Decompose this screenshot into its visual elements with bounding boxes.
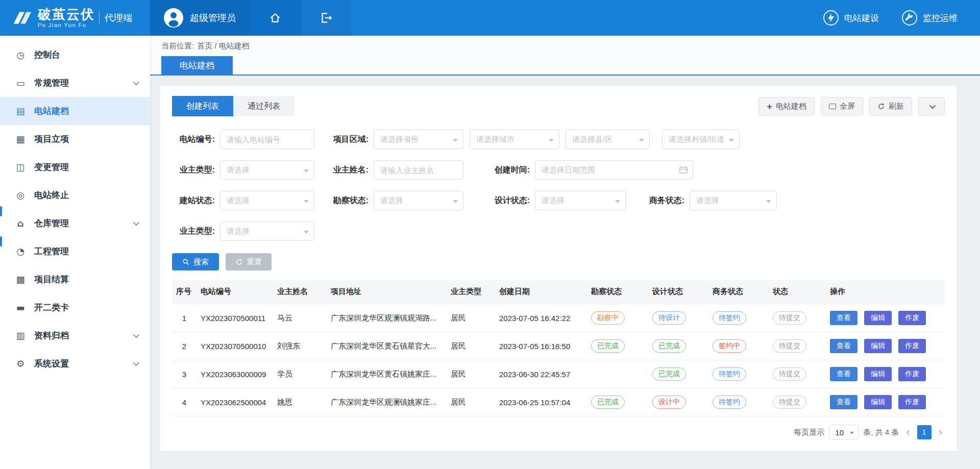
cell-address: 广东深圳龙华区黄石镇姚家庄... bbox=[327, 360, 447, 388]
cell-index: 3 bbox=[172, 360, 197, 388]
search-button[interactable]: 搜索 bbox=[172, 253, 219, 270]
cell-owner-name: 刘强东 bbox=[273, 332, 327, 360]
sidebar-item-label: 电站终止 bbox=[34, 189, 69, 201]
card-icon: ▬ bbox=[14, 302, 27, 313]
collapse-toolbar-button[interactable] bbox=[918, 97, 945, 115]
table-row: 4 YX2023062500004 姚思 广东深圳龙华区观澜镇姚家庄... 居民… bbox=[172, 388, 945, 416]
sidebar-item-label: 开二类卡 bbox=[34, 302, 69, 313]
home-button[interactable] bbox=[249, 0, 301, 36]
view-button[interactable]: 查看 bbox=[830, 311, 857, 325]
column-header: 电站编号 bbox=[197, 280, 273, 304]
cell-created-date: 2023-06-30 22:45:57 bbox=[495, 360, 587, 388]
design-status-select[interactable]: 请选择 bbox=[535, 191, 626, 210]
business-status-select[interactable]: 请选择 bbox=[690, 191, 777, 210]
build-status-label: 建站状态: bbox=[172, 195, 215, 206]
void-button[interactable]: 作废 bbox=[898, 367, 926, 381]
copy-icon: ◫ bbox=[14, 162, 27, 172]
toolbar: + 电站建档 全屏 刷新 bbox=[758, 97, 945, 115]
status-badge: 待提交 bbox=[773, 396, 806, 409]
column-header: 操作 bbox=[826, 280, 945, 304]
per-page-value: 10 bbox=[835, 428, 844, 437]
sidebar-item[interactable]: ▤ 电站建档 bbox=[0, 97, 150, 125]
content-card: 创建列表 通过列表 + 电站建档 全屏 bbox=[160, 86, 957, 451]
create-time-label: 创建时间: bbox=[487, 165, 530, 176]
sidebar-item[interactable]: ◎ 电站终止 bbox=[0, 181, 150, 209]
per-page-select[interactable]: 10 bbox=[829, 425, 859, 440]
sidebar-scrollbar-mark bbox=[0, 236, 2, 246]
sidebar-item[interactable]: ▦ 项目立项 bbox=[0, 125, 150, 153]
region-label: 项目区域: bbox=[326, 134, 369, 145]
province-select[interactable]: 请选择省份 bbox=[374, 130, 463, 149]
town-placeholder: 请选择村镇/街道 bbox=[669, 135, 724, 144]
edit-button[interactable]: 编辑 bbox=[864, 367, 892, 381]
owner-type2-placeholder: 请选择 bbox=[227, 227, 250, 236]
business-status-badge: 签约中 bbox=[713, 339, 746, 353]
survey-status-badge: 勘察中 bbox=[591, 311, 625, 325]
sidebar-item[interactable]: ▬ 开二类卡 bbox=[0, 293, 150, 322]
sidebar-item[interactable]: ⌂ 仓库管理 bbox=[0, 209, 150, 237]
nav-monitoring-ops[interactable]: 监控运维 bbox=[901, 0, 958, 36]
next-page-button[interactable]: › bbox=[936, 427, 945, 438]
void-button[interactable]: 作废 bbox=[898, 311, 926, 325]
edit-button[interactable]: 编辑 bbox=[864, 339, 892, 353]
search-icon bbox=[182, 258, 190, 266]
owner-name-input[interactable] bbox=[374, 160, 463, 180]
sidebar-item[interactable]: ◔ 工程管理 bbox=[0, 237, 150, 265]
county-select[interactable]: 请选择县/区 bbox=[566, 130, 650, 149]
sidebar-item[interactable]: ⚙ 系统设置 bbox=[0, 350, 150, 378]
sidebar-item-label: 资料归档 bbox=[34, 330, 69, 341]
sidebar-scrollbar-mark bbox=[0, 206, 2, 216]
create-station-button[interactable]: + 电站建档 bbox=[758, 97, 815, 115]
page-tab[interactable]: 电站建档 bbox=[161, 56, 233, 75]
filter-row: 业主类型: 请选择 业主姓名: 创建时间: 请选择日期范围 bbox=[172, 160, 945, 180]
filter-row: 电站编号: 项目区域: 请选择省份 请选择城市 请选择县/区 请选择村镇/街道 bbox=[172, 130, 945, 149]
page-number[interactable]: 1 bbox=[917, 425, 932, 439]
view-button[interactable]: 查看 bbox=[830, 395, 857, 409]
sidebar-item[interactable]: ▭ 常规管理 bbox=[0, 69, 150, 97]
city-select[interactable]: 请选择城市 bbox=[470, 130, 559, 149]
column-header: 商务状态 bbox=[708, 280, 769, 304]
view-button[interactable]: 查看 bbox=[830, 367, 857, 381]
edit-button[interactable]: 编辑 bbox=[864, 311, 892, 325]
void-button[interactable]: 作废 bbox=[898, 339, 926, 353]
survey-status-select[interactable]: 请选择 bbox=[374, 191, 463, 210]
fullscreen-button[interactable]: 全屏 bbox=[821, 97, 863, 115]
owner-type2-select[interactable]: 请选择 bbox=[220, 221, 314, 241]
user-menu[interactable]: 超级管理员 bbox=[150, 0, 249, 36]
sidebar-item[interactable]: ◫ 变更管理 bbox=[0, 153, 150, 181]
edit-button[interactable]: 编辑 bbox=[864, 395, 892, 409]
sidebar-item[interactable]: ◷ 控制台 bbox=[0, 41, 150, 69]
cell-address: 广东深圳龙华区黄石镇星官大... bbox=[327, 332, 447, 360]
create-station-label: 电站建档 bbox=[776, 102, 806, 111]
design-status-placeholder: 请选择 bbox=[542, 196, 565, 206]
dashboard-icon: ◷ bbox=[14, 50, 27, 60]
business-status-badge: 待签约 bbox=[713, 396, 746, 409]
tab-create-list[interactable]: 创建列表 bbox=[172, 96, 233, 116]
reset-button[interactable]: 重置 bbox=[226, 253, 272, 270]
sidebar-item[interactable]: ▥ 资料归档 bbox=[0, 322, 150, 350]
reset-label: 重置 bbox=[247, 257, 262, 267]
user-name: 超级管理员 bbox=[190, 12, 236, 24]
wrench-icon bbox=[901, 10, 918, 26]
prev-page-button[interactable]: ‹ bbox=[903, 427, 912, 438]
build-status-select[interactable]: 请选择 bbox=[220, 191, 314, 210]
town-select[interactable]: 请选择村镇/街道 bbox=[662, 130, 740, 149]
sidebar-item[interactable]: ▩ 项目结算 bbox=[0, 265, 150, 293]
owner-type-label: 业主类型: bbox=[172, 165, 215, 176]
logout-button[interactable] bbox=[301, 0, 351, 36]
refresh-label: 刷新 bbox=[889, 102, 904, 111]
sidebar-item-label: 工程管理 bbox=[34, 245, 69, 257]
owner-type-select[interactable]: 请选择 bbox=[220, 160, 314, 180]
nav-station-construction[interactable]: 电站建设 bbox=[823, 0, 879, 36]
document-icon: ▤ bbox=[14, 106, 27, 116]
fullscreen-label: 全屏 bbox=[840, 102, 855, 111]
view-button[interactable]: 查看 bbox=[830, 339, 857, 353]
tab-passed-list[interactable]: 通过列表 bbox=[233, 96, 295, 116]
void-button[interactable]: 作废 bbox=[898, 395, 926, 409]
refresh-button[interactable]: 刷新 bbox=[869, 97, 912, 115]
table-header-row: 序号 电站编号 业主姓名 项目地址 业主类型 创建日期 勘察状态 bbox=[172, 280, 945, 304]
date-range-input[interactable]: 请选择日期范围 bbox=[535, 160, 693, 180]
sidebar-item-label: 项目立项 bbox=[34, 133, 69, 145]
station-no-input[interactable] bbox=[220, 130, 314, 149]
cell-owner-type: 居民 bbox=[447, 388, 495, 416]
